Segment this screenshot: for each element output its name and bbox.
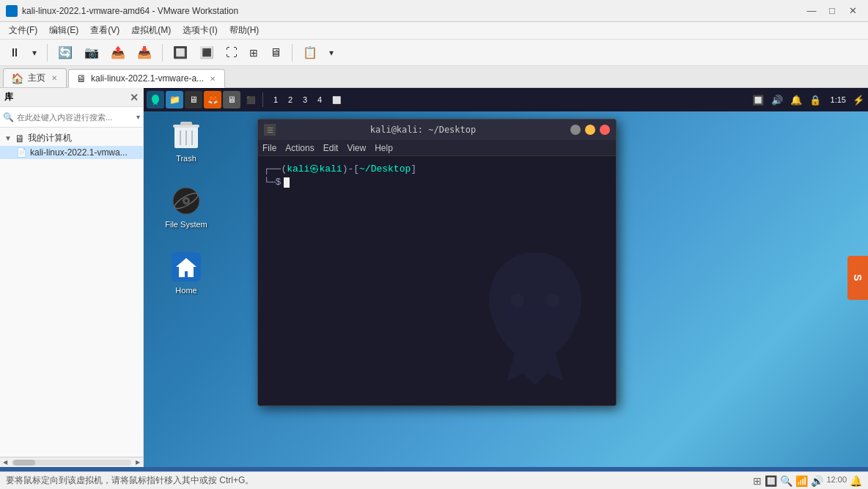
- search-dropdown-icon[interactable]: ▾: [136, 113, 140, 121]
- kali-dragon-watermark: [455, 244, 616, 405]
- menu-file[interactable]: 文件(F): [3, 23, 43, 38]
- sidebar: 库 ✕ 🔍 ▾ ▼ 🖥 我的计算机 📄 kali-linux-2022.1-vm…: [0, 88, 144, 467]
- window-title: kali-linux-2022.1-vmware-amd64 - VMware …: [22, 6, 238, 16]
- prompt-username: kali: [287, 163, 309, 174]
- terminal-title: kali@kali: ~/Desktop: [370, 125, 477, 135]
- lock-icon[interactable]: 🔒: [809, 93, 822, 106]
- svg-point-12: [546, 294, 559, 307]
- search-bar-status[interactable]: 🔍: [780, 475, 792, 487]
- wifi-status[interactable]: 📶: [795, 475, 808, 487]
- terminal-close-button[interactable]: [600, 125, 610, 135]
- kali-logo-icon[interactable]: [147, 91, 164, 109]
- tab-home[interactable]: 🏠 主页 ✕: [3, 68, 67, 87]
- trash-icon: [170, 119, 202, 151]
- tab-vm-close[interactable]: ✕: [208, 74, 217, 84]
- tab-home-close[interactable]: ✕: [50, 73, 59, 83]
- terminal-menu-help[interactable]: Help: [375, 143, 393, 153]
- right-edge-button[interactable]: S: [847, 256, 868, 300]
- menu-view[interactable]: 查看(V): [84, 23, 125, 38]
- browser-icon[interactable]: 🦊: [204, 91, 221, 109]
- terminal-menu-view[interactable]: View: [347, 143, 366, 153]
- toolbar-display[interactable]: 🖥: [265, 43, 286, 63]
- toolbar-resume[interactable]: 📥: [133, 43, 156, 63]
- file-manager-icon[interactable]: 📁: [166, 91, 183, 109]
- tree-vm-label: kali-linux-2022.1-vmwa...: [30, 147, 128, 158]
- minimize-button[interactable]: —: [802, 4, 821, 18]
- trash-label: Trash: [176, 154, 196, 163]
- power-icon[interactable]: ⚡: [852, 93, 865, 106]
- terminal-maximize-button[interactable]: [585, 125, 595, 135]
- window-controls: — □ ✕: [802, 4, 862, 18]
- tab-home-icon: 🏠: [11, 73, 23, 84]
- tab-vm[interactable]: 🖥 kali-linux-2022.1-vmware-a... ✕: [68, 69, 225, 88]
- taskbar-right: 🔲 🔊 🔔 🔒 1:15 ⚡: [751, 93, 865, 106]
- toolbar-dropdown2[interactable]: ▾: [325, 43, 338, 63]
- toolbar-pause[interactable]: ⏸: [4, 43, 25, 63]
- terminal-menu-file[interactable]: File: [262, 143, 276, 153]
- notification-status[interactable]: 🔔: [850, 475, 862, 487]
- workspace-3[interactable]: 3: [298, 93, 312, 106]
- workspace-4[interactable]: 4: [313, 93, 326, 106]
- filesystem-label: File System: [165, 220, 207, 229]
- menu-tab[interactable]: 选项卡(I): [177, 23, 223, 38]
- settings-icon[interactable]: 🖥: [223, 91, 240, 109]
- taskbar-separator: [262, 92, 263, 107]
- scroll-thumb: [13, 460, 35, 466]
- filesystem-desktop-icon[interactable]: File System: [160, 182, 213, 232]
- close-button[interactable]: ✕: [843, 4, 862, 18]
- sidebar-close-button[interactable]: ✕: [130, 92, 139, 103]
- toolbar-sep-2: [162, 44, 163, 62]
- taskview-button[interactable]: 🔲: [765, 475, 777, 487]
- maximize-button[interactable]: □: [823, 4, 842, 18]
- toolbar-revert[interactable]: 🔄: [54, 43, 77, 63]
- toolbar-scale[interactable]: ⊞: [245, 43, 262, 63]
- toolbar-fit-guest[interactable]: 🔲: [169, 43, 192, 63]
- sidebar-header: 库 ✕: [0, 88, 143, 107]
- terminal-minimize-button[interactable]: [570, 125, 581, 135]
- status-bar: 要将鼠标定向到该虚拟机，请将鼠标指针移入其中或按 Ctrl+G。 ⊞ 🔲 🔍 📶…: [0, 471, 868, 489]
- show-desktop-icon[interactable]: ⬜: [328, 91, 345, 109]
- tab-home-label: 主页: [28, 72, 45, 84]
- speaker-status[interactable]: 🔊: [811, 475, 823, 487]
- home-desktop-icon[interactable]: Home: [160, 248, 213, 298]
- toolbar: ⏸ ▾ 🔄 📷 📤 📥 🔲 🔳 ⛶ ⊞ 🖥 📋 ▾: [0, 40, 868, 66]
- toolbar-snapshot[interactable]: 📷: [80, 43, 103, 63]
- prompt-corner: └─: [264, 177, 276, 188]
- terminal-menu-edit[interactable]: Edit: [323, 143, 339, 153]
- terminal-menu-actions[interactable]: Actions: [285, 143, 314, 153]
- terminal-menu-icon[interactable]: ☰: [264, 124, 276, 136]
- toolbar-dropdown[interactable]: ▾: [28, 43, 41, 63]
- horizontal-scrollbar[interactable]: ◀ ▶: [0, 457, 143, 467]
- search-input[interactable]: [17, 113, 136, 122]
- workspace-1[interactable]: 1: [269, 93, 282, 106]
- network-icon[interactable]: 🔲: [751, 93, 765, 106]
- terminal-icon-taskbar[interactable]: 🖥: [185, 91, 202, 109]
- tree-vm-item[interactable]: 📄 kali-linux-2022.1-vmwa...: [0, 146, 143, 159]
- toolbar-fit-window[interactable]: 🔳: [195, 43, 218, 63]
- start-button[interactable]: ⊞: [753, 475, 762, 487]
- home-label: Home: [175, 286, 196, 295]
- computer-icon: 🖥: [15, 133, 25, 144]
- vm-display-area[interactable]: 📁 🖥 🦊 🖥 ⬛ 1 2 3 4 ⬜: [144, 88, 868, 467]
- toolbar-suspend[interactable]: 📤: [106, 43, 130, 63]
- tree-my-computer[interactable]: ▼ 🖥 我的计算机: [0, 130, 143, 146]
- scroll-right-button[interactable]: ▶: [133, 457, 143, 468]
- workspace-2[interactable]: 2: [284, 93, 297, 106]
- terminal-titlebar: ☰ kali@kali: ~/Desktop: [258, 120, 616, 140]
- clock: 1:15: [831, 95, 846, 104]
- trash-desktop-icon[interactable]: Trash: [160, 116, 213, 166]
- status-taskbar-icons: ⊞ 🔲 🔍 📶 🔊 12:00 🔔: [753, 475, 862, 487]
- tree-computer-label: 我的计算机: [28, 132, 72, 144]
- toolbar-extra[interactable]: 📋: [298, 43, 322, 63]
- terminal2-icon[interactable]: ⬛: [242, 91, 260, 109]
- scroll-left-button[interactable]: ◀: [0, 457, 10, 468]
- volume-icon[interactable]: 🔊: [770, 93, 784, 106]
- menu-help[interactable]: 帮助(H): [224, 23, 265, 38]
- menu-edit[interactable]: 编辑(E): [43, 23, 84, 38]
- menu-vm[interactable]: 虚拟机(M): [125, 23, 177, 38]
- sidebar-title: 库: [4, 91, 13, 103]
- notification-icon[interactable]: 🔔: [790, 93, 803, 106]
- toolbar-fullscreen[interactable]: ⛶: [221, 43, 242, 63]
- status-right: ⊞ 🔲 🔍 📶 🔊 12:00 🔔: [753, 475, 862, 487]
- terminal-body[interactable]: ┌──(kali㉿kali)-[~/Desktop] └─$: [258, 156, 616, 405]
